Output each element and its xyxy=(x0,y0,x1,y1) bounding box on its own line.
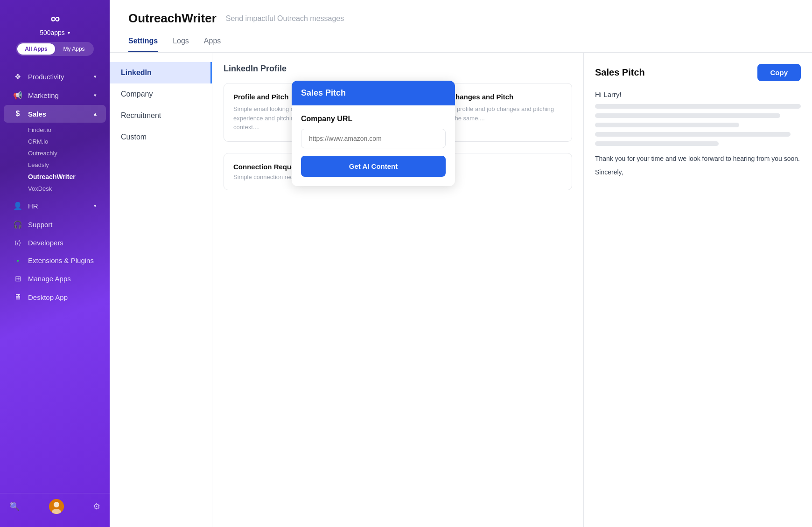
tab-logs[interactable]: Logs xyxy=(173,33,189,52)
sidebar-item-label-support: Support xyxy=(28,221,53,229)
copy-button[interactable]: Copy xyxy=(757,64,801,81)
skeleton-line-5 xyxy=(595,141,719,146)
page-title: OutreachWriter xyxy=(128,11,217,26)
all-apps-toggle[interactable]: All Apps xyxy=(17,43,55,55)
support-icon: 🎧 xyxy=(13,220,22,229)
productivity-chevron-icon: ▾ xyxy=(94,74,97,80)
brand-name: 500apps xyxy=(40,29,65,36)
content-area: LinkedIn Company Recruitment Custom Link… xyxy=(110,53,812,527)
sidebar: ∞ 500apps ▾ All Apps My Apps ❖ Productiv… xyxy=(0,0,110,527)
sidebar-item-hr[interactable]: 👤 HR ▾ xyxy=(4,197,106,215)
subnav-outreachly[interactable]: Outreachly xyxy=(24,147,110,159)
tab-bar: Settings Logs Apps xyxy=(128,33,793,52)
app-toggle: All Apps My Apps xyxy=(16,42,93,56)
skeleton-line-3 xyxy=(595,123,739,127)
logo-icon: ∞ xyxy=(51,11,59,26)
marketing-chevron-icon: ▾ xyxy=(94,92,97,98)
sidebar-item-label-sales: Sales xyxy=(28,110,46,118)
sales-pitch-panel-body: Company URL Get AI Content xyxy=(292,105,455,186)
sidebar-item-productivity[interactable]: ❖ Productivity ▾ xyxy=(4,68,106,86)
sidebar-item-support[interactable]: 🎧 Support xyxy=(4,215,106,234)
company-url-input[interactable] xyxy=(301,129,446,148)
sales-pitch-panel-header: Sales Pitch xyxy=(292,81,455,105)
center-content: LinkedIn Profile Profile and Pitch Simpl… xyxy=(212,53,583,527)
skeleton-line-4 xyxy=(595,132,791,137)
title-row: OutreachWriter Send impactful Outreach m… xyxy=(128,11,793,26)
company-url-label: Company URL xyxy=(301,115,446,123)
left-tab-custom[interactable]: Custom xyxy=(110,126,212,148)
sidebar-item-label-manage-apps: Manage Apps xyxy=(28,275,71,283)
sidebar-item-label-productivity: Productivity xyxy=(28,73,64,81)
right-panel-title: Sales Pitch xyxy=(595,67,645,78)
closing-text: Thank you for your time and we look forw… xyxy=(595,153,801,164)
left-tab-company[interactable]: Company xyxy=(110,83,212,105)
get-ai-content-button[interactable]: Get AI Content xyxy=(301,156,446,177)
marketing-icon: 📢 xyxy=(13,91,22,100)
search-icon[interactable]: 🔍 xyxy=(9,501,20,512)
svg-point-1 xyxy=(54,502,59,507)
brand-row: 500apps ▾ xyxy=(40,29,70,36)
nav-section: ❖ Productivity ▾ 📢 Marketing ▾ $ Sales ▴… xyxy=(0,63,110,489)
main-content: OutreachWriter Send impactful Outreach m… xyxy=(110,0,812,527)
sidebar-item-manage-apps[interactable]: ⊞ Manage Apps xyxy=(4,270,106,288)
sidebar-bottom: 🔍 ⚙ xyxy=(0,493,110,520)
sales-chevron-icon: ▴ xyxy=(94,111,97,117)
avatar[interactable] xyxy=(49,499,64,514)
sidebar-item-label-marketing: Marketing xyxy=(28,91,59,99)
skeleton-line-1 xyxy=(595,104,801,109)
desktop-app-icon: 🖥 xyxy=(13,293,22,301)
sidebar-item-marketing[interactable]: 📢 Marketing ▾ xyxy=(4,86,106,104)
sidebar-item-label-extensions: Extensions & Plugins xyxy=(28,257,94,264)
sign-off-text: Sincerely, xyxy=(595,168,801,176)
settings-icon[interactable]: ⚙ xyxy=(93,501,100,512)
hr-chevron-icon: ▾ xyxy=(94,203,97,209)
sidebar-item-label-developers: Developers xyxy=(28,239,63,247)
logo-area: ∞ 500apps ▾ All Apps My Apps xyxy=(0,0,110,63)
greeting-text: Hi Larry! xyxy=(595,90,801,98)
sidebar-item-sales[interactable]: $ Sales ▴ xyxy=(4,105,106,123)
sales-pitch-panel: Sales Pitch Company URL Get AI Content xyxy=(292,81,455,186)
tab-settings[interactable]: Settings xyxy=(128,33,158,52)
developers-icon: ⟨/⟩ xyxy=(13,239,22,246)
sales-icon: $ xyxy=(13,110,22,118)
brand-chevron-icon[interactable]: ▾ xyxy=(68,30,70,35)
manage-apps-icon: ⊞ xyxy=(13,274,22,283)
subnav-outreachwriter[interactable]: OutreachWriter xyxy=(24,171,110,183)
right-panel: Sales Pitch Copy Hi Larry! Thank you for… xyxy=(583,53,812,527)
my-apps-toggle[interactable]: My Apps xyxy=(56,43,92,55)
extensions-icon: ● xyxy=(13,258,22,263)
sidebar-item-extensions[interactable]: ● Extensions & Plugins xyxy=(4,252,106,269)
linkedin-profile-header: LinkedIn Profile xyxy=(224,64,572,74)
sidebar-item-developers[interactable]: ⟨/⟩ Developers xyxy=(4,234,106,251)
subnav-crm[interactable]: CRM.io xyxy=(24,136,110,147)
subnav-finder[interactable]: Finder.io xyxy=(24,124,110,136)
subnav-leadsly[interactable]: Leadsly xyxy=(24,159,110,171)
page-subtitle: Send impactful Outreach messages xyxy=(226,14,344,23)
sidebar-item-label-desktop-app: Desktop App xyxy=(28,293,68,301)
tab-apps[interactable]: Apps xyxy=(204,33,221,52)
left-tab-linkedin[interactable]: LinkedIn xyxy=(110,62,212,83)
sidebar-item-label-hr: HR xyxy=(28,202,38,210)
left-tab-recruitment[interactable]: Recruitment xyxy=(110,105,212,126)
left-panel: LinkedIn Company Recruitment Custom xyxy=(110,53,212,527)
subnav-voxdesk[interactable]: VoxDesk xyxy=(24,183,110,194)
hr-icon: 👤 xyxy=(13,201,22,210)
main-header: OutreachWriter Send impactful Outreach m… xyxy=(110,0,812,53)
right-panel-header: Sales Pitch Copy xyxy=(595,64,801,81)
skeleton-line-2 xyxy=(595,113,780,118)
sidebar-item-desktop-app[interactable]: 🖥 Desktop App xyxy=(4,288,106,306)
sales-subnav: Finder.io CRM.io Outreachly Leadsly Outr… xyxy=(0,123,110,196)
productivity-icon: ❖ xyxy=(13,72,22,81)
